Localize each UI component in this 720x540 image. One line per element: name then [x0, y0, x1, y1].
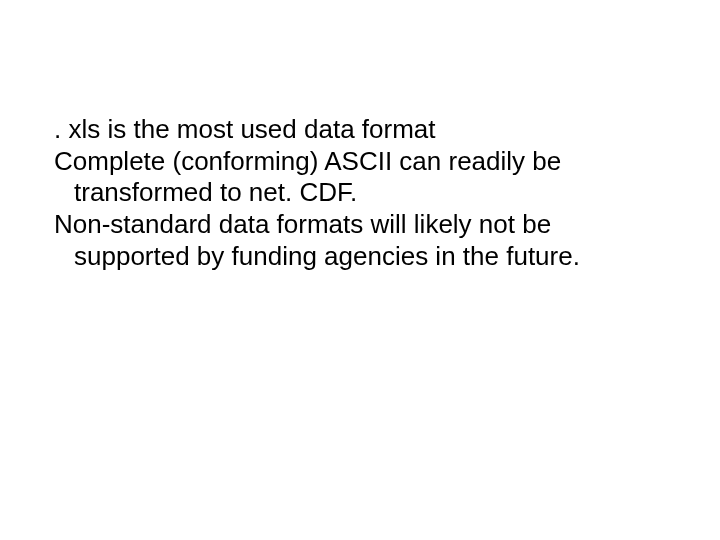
slide: . xls is the most used data format Compl…	[0, 0, 720, 540]
paragraph: . xls is the most used data format	[54, 114, 666, 146]
body-text-block: . xls is the most used data format Compl…	[54, 114, 666, 273]
paragraph: Non-standard data formats will likely no…	[54, 209, 666, 272]
paragraph: Complete (conforming) ASCII can readily …	[54, 146, 666, 209]
